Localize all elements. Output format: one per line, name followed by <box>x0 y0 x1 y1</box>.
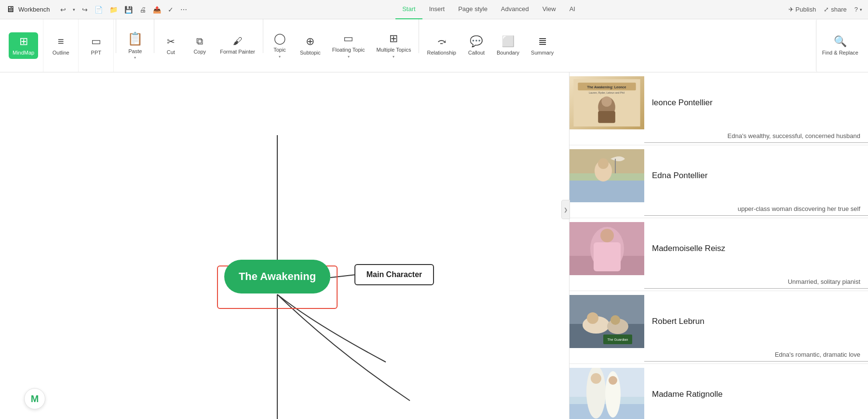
relationship-icon: ⤼ <box>437 35 446 48</box>
ribbon-sep-1 <box>116 19 116 53</box>
app-name: Workbench <box>18 6 50 13</box>
title-bar-right: ✈ Publish ⤢ share ? ▾ <box>788 6 862 13</box>
more-button[interactable]: ⋯ <box>178 4 190 15</box>
callout-icon: 💬 <box>470 35 483 48</box>
floating-topic-icon: ▭ <box>343 32 353 45</box>
check-button[interactable]: ✓ <box>165 4 176 15</box>
new-file-button[interactable]: 📄 <box>92 4 105 15</box>
paste-icon: 📋 <box>127 31 143 46</box>
export-button[interactable]: 📤 <box>150 4 163 15</box>
callout-button[interactable]: 💬 Callout <box>462 19 491 72</box>
print-button[interactable]: 🖨 <box>137 4 149 15</box>
publish-button[interactable]: ✈ Publish <box>788 6 816 13</box>
tab-page-style[interactable]: Page style <box>451 0 494 19</box>
undo-button[interactable]: ↩ <box>58 4 68 15</box>
madame-row: Madame Ratignolle <box>570 364 868 419</box>
save-button[interactable]: 💾 <box>122 4 135 15</box>
tab-view[interactable]: View <box>536 0 563 19</box>
boundary-button[interactable]: ⬜ Boundary <box>491 19 525 72</box>
tab-start[interactable]: Start <box>395 0 422 19</box>
copy-icon: ⧉ <box>196 36 203 47</box>
multiple-topics-icon: ⊞ <box>389 32 398 45</box>
publish-icon: ✈ <box>788 6 794 13</box>
paste-arrow-icon: ▾ <box>134 56 136 60</box>
ppt-mode-button[interactable]: ▭ PPT <box>83 32 108 59</box>
find-replace-button[interactable]: 🔍 Find & Replace <box>816 19 864 72</box>
open-file-button[interactable]: 📁 <box>107 4 120 15</box>
book-cover-image: The Awakening: Leonce Lauren, Ryder, Leb… <box>570 76 644 129</box>
ppt-group: ▭ PPT <box>79 19 114 72</box>
ppt-icon: ▭ <box>91 35 101 48</box>
copy-button[interactable]: ⧉ Copy <box>185 19 214 72</box>
multiple-topics-button[interactable]: ⊞ Multiple Topics ▾ <box>370 19 417 72</box>
robert-portrait: The Guardian <box>570 295 644 348</box>
leonce-row: The Awakening: Leonce Lauren, Ryder, Leb… <box>570 72 868 131</box>
mindmap-mode-button[interactable]: ⊞ MindMap <box>9 32 38 59</box>
cut-icon: ✂ <box>167 36 175 47</box>
svg-text:Lauren, Ryder, Lebrun and Phil: Lauren, Ryder, Lebrun and Phil <box>589 91 624 94</box>
character-mademoiselle-entry: Mademoiselle Reisz Unmarried, solitary p… <box>570 218 868 291</box>
help-dropdown-icon: ▾ <box>860 7 862 12</box>
ribbon-sep-3 <box>263 19 263 53</box>
mode-group: ⊞ MindMap <box>4 19 43 72</box>
svg-text:The Awakening: Leonce: The Awakening: Leonce <box>587 85 626 89</box>
summary-button[interactable]: ≣ Summary <box>525 19 559 72</box>
robert-name: Robert Lebrun <box>644 311 712 332</box>
mademoiselle-description: Unmarried, solitary pianist <box>644 277 868 289</box>
svg-text:The Guardian: The Guardian <box>608 338 628 341</box>
tab-advanced[interactable]: Advanced <box>494 0 536 19</box>
find-replace-icon: 🔍 <box>834 35 847 48</box>
app-icon: 🖥 <box>6 4 14 14</box>
character-edna-entry: Edna Pontellier upper-class woman discov… <box>570 145 868 218</box>
format-painter-button[interactable]: 🖌 Format Painter <box>214 19 261 72</box>
cut-button[interactable]: ✂ Cut <box>156 19 185 72</box>
format-painter-icon: 🖌 <box>233 36 243 47</box>
edna-portrait <box>570 149 644 202</box>
svg-point-19 <box>600 229 614 242</box>
help-button[interactable]: ? ▾ <box>854 6 862 13</box>
ribbon-sep-4 <box>419 19 419 53</box>
character-madame-entry: Madame Ratignolle Eda's neighbour; a dev… <box>570 364 868 419</box>
redo-button[interactable]: ↪ <box>80 4 90 15</box>
right-panel: The Awakening: Leonce Lauren, Ryder, Leb… <box>569 72 868 419</box>
subtopic-main-character[interactable]: Main Character <box>354 264 434 285</box>
outline-mode-button[interactable]: ≡ Outline <box>48 32 73 59</box>
boundary-icon: ⬜ <box>502 35 515 48</box>
main-content: The Awakening Main Character The Awakeni… <box>0 72 868 419</box>
ribbon-spacer <box>559 19 816 72</box>
leonce-name: leonce Pontellier <box>644 92 720 113</box>
mademoiselle-row: Mademoiselle Reisz <box>570 218 868 277</box>
mademoiselle-name: Mademoiselle Reisz <box>644 238 733 259</box>
paste-button[interactable]: 📋 Paste ▾ <box>118 19 152 72</box>
tab-insert[interactable]: Insert <box>422 0 452 19</box>
title-bar: 🖥 Workbench ↩ ▾ ↪ 📄 📁 💾 🖨 📤 ✓ ⋯ Start In… <box>0 0 868 19</box>
madame-name: Madame Ratignolle <box>644 384 730 405</box>
svg-point-26 <box>610 315 620 325</box>
topic-button[interactable]: ◯ Topic ▾ <box>265 19 294 72</box>
topic-arrow-icon: ▾ <box>279 55 281 59</box>
ribbon-sep-2 <box>154 19 154 53</box>
nav-tabs: Start Insert Page style Advanced View AI <box>395 0 582 19</box>
panel-collapse-handle[interactable]: ❯ <box>561 200 570 219</box>
title-bar-actions: ↩ ▾ ↪ 📄 📁 💾 🖨 📤 ✓ ⋯ <box>58 4 190 15</box>
app-logo: M <box>24 388 45 409</box>
floating-topic-button[interactable]: ▭ Floating Topic ▾ <box>326 19 371 72</box>
undo-dropdown[interactable]: ▾ <box>70 6 78 14</box>
svg-rect-20 <box>594 242 621 271</box>
character-leonce-entry: The Awakening: Leonce Lauren, Ryder, Leb… <box>570 72 868 145</box>
collapse-icon: ❯ <box>564 207 568 212</box>
mindmap-canvas[interactable]: The Awakening Main Character <box>0 72 569 419</box>
central-topic[interactable]: The Awakening <box>224 260 330 293</box>
relationship-button[interactable]: ⤼ Relationship <box>421 19 462 72</box>
edna-row: Edna Pontellier <box>570 145 868 204</box>
robert-description: Edna's romantic, dramatic love <box>644 350 868 362</box>
outline-group: ≡ Outline <box>43 19 79 72</box>
share-button[interactable]: ⤢ share <box>824 6 847 13</box>
svg-rect-9 <box>598 111 615 123</box>
svg-point-35 <box>609 376 617 385</box>
tab-ai[interactable]: AI <box>563 0 582 19</box>
subtopic-button[interactable]: ⊕ Subtopic <box>294 19 326 72</box>
ribbon-toolbar: ⊞ MindMap ≡ Outline ▭ PPT 📋 Paste ▾ ✂ Cu… <box>0 19 868 72</box>
mindmap-container: The Awakening Main Character <box>0 72 569 419</box>
outline-icon: ≡ <box>58 35 64 48</box>
